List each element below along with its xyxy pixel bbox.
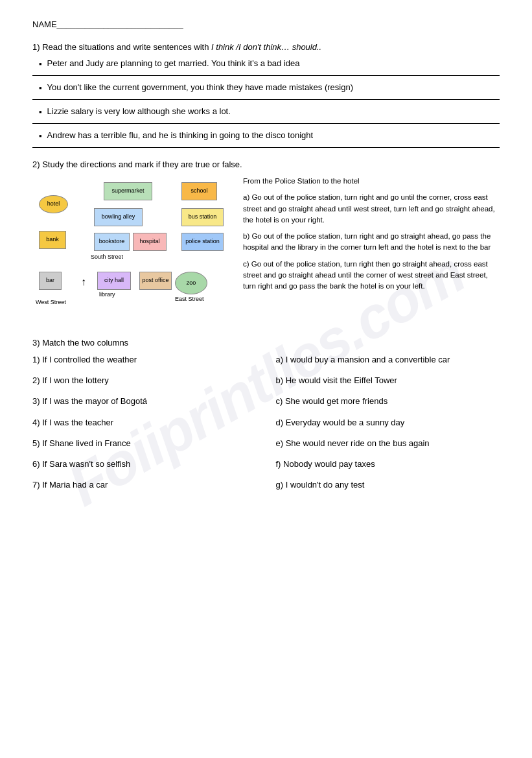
directions-text: From the Police Station to the hotel a) … <box>243 176 500 325</box>
section1-title: 1) Read the situations and write sentenc… <box>32 42 500 52</box>
map-area: hotel bank bar supermarket bowling alley… <box>32 176 233 325</box>
right-item-b: b) He would visit the Eiffel Tower <box>276 375 500 386</box>
bullet-text-1: Peter and Judy are planning to get marri… <box>47 58 500 68</box>
match-columns: 1) If I controlled the weather 2) If I w… <box>32 354 500 500</box>
arrow-up-icon: ↑ <box>81 276 86 288</box>
divider-3 <box>32 123 500 124</box>
section2: 2) Study the directions and mark if they… <box>32 160 500 325</box>
right-column: a) I would buy a mansion and a convertib… <box>276 354 500 500</box>
bullet-text-2: You don't like the current government, y… <box>47 82 500 92</box>
bowling-alley-block: bowling alley <box>94 208 143 226</box>
bullet-symbol-1: ▪ <box>39 59 42 69</box>
left-item-5: 5) If Shane lived in France <box>32 438 257 449</box>
city-hall-block: city hall <box>97 272 131 290</box>
divider-4 <box>32 147 500 148</box>
map-container: hotel bank bar supermarket bowling alley… <box>32 176 233 325</box>
bullet-symbol-2: ▪ <box>39 83 42 93</box>
police-station-block: police station <box>181 233 224 251</box>
hotel-block: hotel <box>39 195 68 213</box>
directions-c: c) Go out of the police station, turn ri… <box>243 259 500 292</box>
divider-1 <box>32 75 500 76</box>
bank-block: bank <box>39 231 66 249</box>
left-item-7: 7) If Maria had a car <box>32 479 257 491</box>
west-street-label: West Street <box>36 299 66 305</box>
right-item-a: a) I would buy a mansion and a convertib… <box>276 354 500 366</box>
left-item-1: 1) If I controlled the weather <box>32 354 257 366</box>
supermarket-block: supermarket <box>104 182 152 200</box>
section2-title: 2) Study the directions and mark if they… <box>32 160 500 169</box>
bullet-text-4: Andrew has a terrible flu, and he is thi… <box>47 130 500 140</box>
bar-block: bar <box>39 272 62 290</box>
left-item-6: 6) If Sara wasn't so selfish <box>32 458 257 470</box>
name-line: NAME___________________________ <box>32 19 500 29</box>
directions-b: b) Go out of the police station, turn ri… <box>243 231 500 254</box>
bullet-item-1: ▪ Peter and Judy are planning to get mar… <box>32 58 500 69</box>
school-block: school <box>181 182 217 200</box>
south-street-label: South Street <box>91 254 123 260</box>
east-street-label: East Street <box>175 296 204 302</box>
zoo-block: zoo <box>175 272 207 294</box>
library-label: library <box>99 291 115 298</box>
right-item-f: f) Nobody would pay taxes <box>276 458 500 470</box>
right-item-e: e) She would never ride on the bus again <box>276 438 500 449</box>
left-item-4: 4) If I was the teacher <box>32 417 257 429</box>
bookstore-block: bookstore <box>94 233 130 251</box>
left-column: 1) If I controlled the weather 2) If I w… <box>32 354 257 500</box>
bullet-item-3: ▪ Lizzie salary is very low although she… <box>32 106 500 117</box>
post-office-block: post office <box>139 272 172 290</box>
bullet-item-2: ▪ You don't like the current government,… <box>32 82 500 93</box>
hospital-block: hospital <box>133 233 167 251</box>
right-item-g: g) I wouldn't do any test <box>276 479 500 491</box>
bullet-item-4: ▪ Andrew has a terrible flu, and he is t… <box>32 130 500 141</box>
left-item-3: 3) If I was the mayor of Bogotá <box>32 396 257 407</box>
bullet-text-3: Lizzie salary is very low although she w… <box>47 106 500 116</box>
section3: 3) Match the two columns 1) If I control… <box>32 338 500 500</box>
bullet-symbol-4: ▪ <box>39 131 42 141</box>
divider-2 <box>32 99 500 100</box>
right-item-c: c) She would get more friends <box>276 396 500 407</box>
bullet-symbol-3: ▪ <box>39 107 42 117</box>
directions-a: a) Go out of the police station, turn ri… <box>243 192 500 226</box>
right-item-d: d) Everyday would be a sunny day <box>276 417 500 429</box>
directions-title: From the Police Station to the hotel <box>243 176 500 187</box>
directions-content: hotel bank bar supermarket bowling alley… <box>32 176 500 325</box>
section1: 1) Read the situations and write sentenc… <box>32 42 500 148</box>
left-item-2: 2) If I won the lottery <box>32 375 257 386</box>
bus-station-block: bus station <box>181 208 224 226</box>
section3-title: 3) Match the two columns <box>32 338 500 348</box>
